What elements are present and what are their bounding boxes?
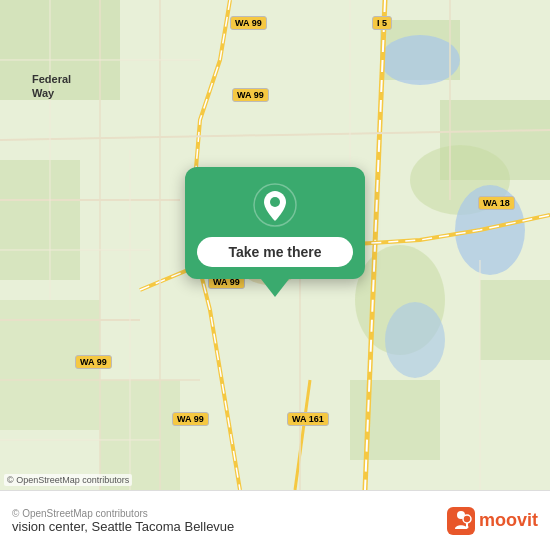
road-label-wa99-top: WA 99 xyxy=(230,16,267,30)
svg-rect-9 xyxy=(350,380,440,460)
svg-point-35 xyxy=(270,197,280,207)
popup: Take me there xyxy=(185,167,365,297)
road-label-wa99-low2: WA 99 xyxy=(172,412,209,426)
map-container: WA 99 I 5 WA 99 WA 18 WA 18 WA 99 WA 99 … xyxy=(0,0,550,490)
road-label-wa99-mid1: WA 99 xyxy=(232,88,269,102)
svg-rect-5 xyxy=(0,160,80,280)
take-me-there-button[interactable]: Take me there xyxy=(197,237,353,267)
copyright-text: © OpenStreetMap contributors xyxy=(12,508,234,519)
map-attribution: © OpenStreetMap contributors xyxy=(4,474,132,486)
popup-triangle xyxy=(261,279,289,297)
svg-rect-7 xyxy=(480,280,550,360)
popup-card: Take me there xyxy=(185,167,365,279)
road-label-wa99-low: WA 99 xyxy=(75,355,112,369)
moovit-brand-text: moovit xyxy=(479,510,538,531)
location-pin-icon xyxy=(253,183,297,227)
city-label-federal-way: FederalWay xyxy=(32,72,71,101)
location-text: vision center, Seattle Tacoma Bellevue xyxy=(12,519,234,534)
svg-point-11 xyxy=(380,35,460,85)
road-label-i5-top: I 5 xyxy=(372,16,392,30)
road-label-wa161: WA 161 xyxy=(287,412,329,426)
svg-point-13 xyxy=(385,302,445,378)
svg-point-38 xyxy=(463,515,471,523)
moovit-icon xyxy=(447,507,475,535)
road-label-wa18-right: WA 18 xyxy=(478,196,515,210)
svg-point-40 xyxy=(465,525,468,528)
moovit-logo: moovit xyxy=(447,507,538,535)
bottom-bar: © OpenStreetMap contributors vision cent… xyxy=(0,490,550,550)
bottom-info: © OpenStreetMap contributors vision cent… xyxy=(12,508,234,534)
